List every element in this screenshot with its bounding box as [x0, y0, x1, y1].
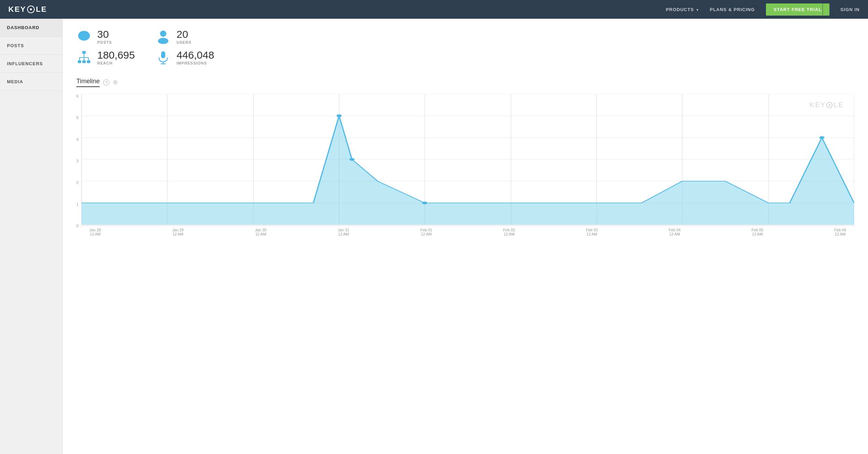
- stat-users-text: 20 USERS: [176, 29, 191, 44]
- y-label-4: 4: [76, 137, 78, 142]
- chart-container: KEYLE: [81, 94, 854, 226]
- reach-label: REACH: [97, 61, 135, 65]
- svg-rect-4: [82, 60, 86, 63]
- chart-area: 6 5 4 3 2 1 0 KEYLE: [76, 94, 854, 236]
- nav-links: PRODUCTS ▾ PLANS & PRICING START FREE TR…: [666, 3, 829, 16]
- svg-rect-13: [161, 51, 165, 58]
- y-label-1: 1: [76, 202, 78, 206]
- impressions-value: 446,048: [176, 50, 214, 60]
- x-label-feb03: Feb 0312 AM: [578, 228, 606, 236]
- x-label-jan29: Jan 2912 AM: [164, 228, 192, 236]
- svg-point-11: [160, 31, 166, 37]
- y-label-0: 0: [76, 224, 78, 228]
- stat-posts-text: 30 POSTS: [97, 29, 112, 44]
- impressions-label: IMPRESSIONS: [176, 61, 214, 65]
- y-label-5: 5: [76, 115, 78, 120]
- svg-rect-3: [78, 60, 81, 63]
- timeline-settings-icon[interactable]: ⚙: [113, 79, 118, 86]
- timeline-header: Timeline ? ⚙: [76, 78, 854, 87]
- chart-dot-peak: [336, 114, 342, 117]
- stats-row: 30 POSTS: [76, 29, 854, 65]
- page-layout: DASHBOARD POSTS INFLUENCERS MEDIA: [0, 19, 868, 454]
- dropdown-arrow-icon: ▾: [696, 8, 699, 12]
- x-label-feb02: Feb 0212 AM: [495, 228, 523, 236]
- y-label-3: 3: [76, 159, 78, 163]
- start-free-trial-button[interactable]: START FREE TRIAL: [766, 3, 829, 16]
- svg-rect-5: [87, 60, 90, 63]
- timeline-chart: [82, 94, 854, 225]
- sidebar-item-posts[interactable]: POSTS: [0, 37, 62, 55]
- chart-area-fill: [82, 116, 854, 225]
- users-value: 20: [176, 29, 191, 40]
- x-label-feb04: Feb 0412 AM: [661, 228, 688, 236]
- sidebar-item-influencers[interactable]: INFLUENCERS: [0, 55, 62, 73]
- sidebar-item-dashboard[interactable]: DASHBOARD: [0, 19, 62, 37]
- logo[interactable]: KEYLE: [8, 5, 47, 14]
- chart-dot-2: [422, 202, 427, 204]
- user-icon: [156, 29, 171, 44]
- stat-group-right: 20 USERS 446,048: [156, 29, 214, 65]
- sidebar-item-media[interactable]: MEDIA: [0, 73, 62, 91]
- navbar: KEYLE PRODUCTS ▾ PLANS & PRICING START F…: [0, 0, 868, 19]
- reach-value: 180,695: [97, 50, 135, 60]
- main-content: 30 POSTS: [62, 19, 868, 454]
- timeline-title: Timeline: [76, 78, 100, 87]
- chart-watermark: KEYLE: [809, 101, 844, 109]
- stat-impressions: 446,048 IMPRESSIONS: [156, 50, 214, 65]
- chart-dot-3: [819, 136, 825, 139]
- logo-icon: [27, 6, 35, 13]
- posts-label: POSTS: [97, 40, 112, 44]
- y-label-6: 6: [76, 94, 78, 98]
- x-label-jan30: Jan 3012 AM: [247, 228, 275, 236]
- stat-impressions-text: 446,048 IMPRESSIONS: [176, 50, 214, 65]
- svg-rect-2: [82, 51, 86, 54]
- microphone-icon: [156, 50, 171, 65]
- timeline-help-icon[interactable]: ?: [103, 79, 109, 86]
- y-axis: 6 5 4 3 2 1 0: [76, 94, 81, 236]
- signin-link[interactable]: SIGN IN: [841, 7, 860, 12]
- stat-group-left: 30 POSTS: [76, 29, 135, 65]
- x-label-feb01: Feb 0112 AM: [412, 228, 440, 236]
- chart-dot-1: [349, 158, 354, 161]
- network-icon: [76, 50, 92, 65]
- stat-reach-text: 180,695 REACH: [97, 50, 135, 65]
- x-axis-labels: Jan 2812 AM Jan 2912 AM Jan 3012 AM Jan …: [81, 226, 854, 236]
- products-link[interactable]: PRODUCTS ▾: [666, 7, 699, 12]
- stat-posts: 30 POSTS: [76, 29, 135, 44]
- watermark-icon: [826, 102, 833, 108]
- chart-with-labels: KEYLE: [81, 94, 854, 236]
- stat-users: 20 USERS: [156, 29, 214, 44]
- nav-divider: [823, 3, 823, 15]
- svg-point-0: [78, 31, 90, 41]
- chat-bubble-icon: [76, 29, 92, 44]
- svg-point-12: [158, 38, 168, 44]
- users-label: USERS: [176, 40, 191, 44]
- x-label-jan28: Jan 2812 AM: [81, 228, 109, 236]
- x-label-feb05: Feb 0512 AM: [744, 228, 771, 236]
- x-label-feb06: Feb 0612 AM: [826, 228, 854, 236]
- pricing-link[interactable]: PLANS & PRICING: [710, 7, 755, 12]
- x-label-jan31: Jan 3112 AM: [329, 228, 357, 236]
- sidebar: DASHBOARD POSTS INFLUENCERS MEDIA: [0, 19, 62, 454]
- y-label-2: 2: [76, 180, 78, 185]
- stat-reach: 180,695 REACH: [76, 50, 135, 65]
- posts-value: 30: [97, 29, 112, 40]
